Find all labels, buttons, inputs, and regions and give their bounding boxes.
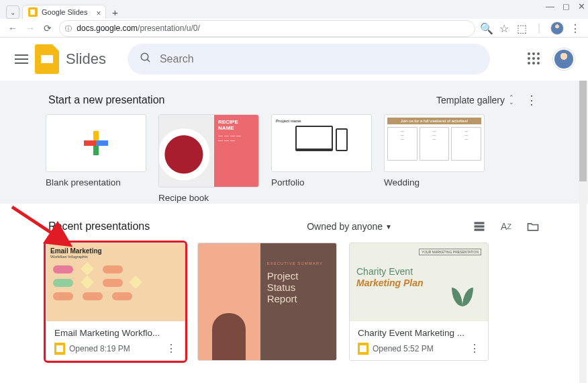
template-label: Wedding — [384, 177, 485, 187]
recipe-badge: RECIPE NAME — [218, 119, 254, 131]
doc-more-button[interactable]: ⋮ — [469, 342, 480, 355]
url-path: /presentation/u/0/ — [138, 24, 200, 33]
recipe-photo — [159, 115, 214, 187]
account-avatar[interactable] — [553, 48, 575, 70]
chrome-menu-icon[interactable]: ⋮ — [569, 22, 581, 34]
bookmark-icon[interactable]: ☆ — [498, 22, 510, 34]
thumb-badge: EXECUTIVE SUMMARY — [267, 261, 323, 265]
gallery-heading: Start a new presentation — [48, 94, 164, 106]
address-row: ← → ⟳ ⓘ docs.google.com/presentation/u/0… — [0, 19, 588, 38]
template-label: Portfolio — [271, 177, 372, 187]
template-gallery-button[interactable]: Template gallery ⌃⌄ — [436, 95, 514, 105]
templates-row: Blank presentation RECIPE NAME— — — —— —… — [46, 114, 542, 187]
doc-thumbnail: YOUR MARKETING PRESENTATION Charity Even… — [350, 243, 488, 321]
search-bar[interactable] — [128, 44, 490, 75]
window-controls: — ◻ ✕ — [546, 1, 585, 11]
slides-file-icon — [54, 343, 65, 355]
browser-tab[interactable]: Google Slides × — [22, 5, 106, 19]
close-window-icon[interactable]: ✕ — [578, 1, 585, 11]
reload-icon[interactable]: ⟳ — [42, 23, 54, 34]
svg-rect-2 — [474, 222, 484, 224]
template-wedding[interactable]: Join us for a full weekend of activities… — [384, 114, 485, 187]
extensions-icon[interactable]: ⬚ — [516, 22, 528, 34]
template-blank[interactable]: Blank presentation — [46, 114, 146, 187]
owner-filter-button[interactable]: Owned by anyone ▼ — [307, 221, 392, 232]
google-apps-icon[interactable] — [528, 52, 541, 66]
minimize-icon[interactable]: — — [546, 1, 554, 11]
sort-az-icon[interactable]: AZ — [501, 220, 511, 233]
svg-rect-3 — [474, 225, 484, 227]
svg-point-0 — [141, 53, 148, 60]
doc-card-charity-event[interactable]: YOUR MARKETING PRESENTATION Charity Even… — [349, 243, 489, 361]
profile-chip[interactable]: ⌄ — [6, 5, 19, 19]
product-name: Slides — [66, 50, 106, 68]
doc-card-project-status[interactable]: EXECUTIVE SUMMARY ProjectStatusReport Pr… — [197, 243, 337, 361]
unfold-icon: ⌃⌄ — [509, 95, 514, 105]
phone-icon — [336, 128, 348, 151]
recent-heading: Recent presentations — [48, 220, 150, 232]
new-tab-button[interactable]: + — [109, 5, 122, 19]
doc-thumbnail: EXECUTIVE SUMMARY ProjectStatusReport — [198, 243, 336, 360]
recent-section: Recent presentations Owned by anyone ▼ A… — [0, 204, 588, 374]
thumb-subtitle: Workflow Infographic — [50, 255, 181, 259]
scrollbar[interactable] — [579, 81, 587, 383]
svg-rect-4 — [474, 228, 484, 230]
doc-title: Charity Event Marketing ... — [358, 328, 480, 338]
template-recipe-book[interactable]: RECIPE NAME— — — —— — — Recipe book — [158, 114, 259, 187]
main-content: Start a new presentation Template galler… — [0, 81, 588, 383]
slides-favicon-icon — [28, 7, 38, 17]
profile-avatar-icon[interactable] — [550, 22, 564, 35]
app-header: Slides — [0, 38, 588, 81]
tab-title: Google Slides — [42, 8, 88, 16]
template-label: Blank presentation — [46, 177, 146, 187]
gallery-more-button[interactable]: ⋮ — [524, 93, 540, 108]
doc-title: Email Marketing Workflo... — [54, 328, 177, 338]
template-gallery-label: Template gallery — [436, 95, 505, 105]
scrollbar-thumb[interactable] — [579, 81, 587, 181]
main-menu-button[interactable] — [13, 51, 30, 67]
template-gallery-section: Start a new presentation Template galler… — [0, 81, 588, 204]
back-icon[interactable]: ← — [7, 23, 19, 34]
address-bar[interactable]: ⓘ docs.google.com/presentation/u/0/ — [59, 20, 475, 37]
wedding-banner: Join us for a full weekend of activities… — [387, 118, 481, 124]
site-info-icon[interactable]: ⓘ — [65, 25, 72, 32]
caret-down-icon: ▼ — [385, 223, 392, 230]
template-portfolio[interactable]: Project name Portfolio — [271, 114, 372, 187]
recent-docs-row: Email Marketing Workflow Infographic — [46, 243, 542, 361]
doc-more-button[interactable]: ⋮ — [166, 342, 177, 355]
doc-card-email-marketing[interactable]: Email Marketing Workflow Infographic — [46, 243, 185, 361]
doc-thumbnail: Email Marketing Workflow Infographic — [46, 243, 185, 321]
thumb-title: Email Marketing — [50, 247, 181, 255]
chevron-down-icon: ⌄ — [10, 9, 15, 16]
maximize-icon[interactable]: ◻ — [562, 1, 570, 11]
thumb-tag: YOUR MARKETING PRESENTATION — [419, 249, 481, 255]
list-view-icon[interactable] — [473, 220, 486, 233]
slides-file-icon — [358, 343, 369, 355]
browser-chrome: ⌄ Google Slides × + — ◻ ✕ ← → ⟳ ⓘ docs.g… — [0, 0, 588, 38]
zoom-icon[interactable]: 🔍 — [481, 22, 493, 34]
url-domain: docs.google.com — [77, 24, 138, 33]
forward-icon[interactable]: → — [24, 23, 36, 34]
owner-filter-label: Owned by anyone — [307, 221, 383, 232]
laptop-icon — [295, 126, 333, 151]
close-tab-icon[interactable]: × — [96, 9, 101, 18]
slides-logo-icon[interactable] — [35, 44, 59, 74]
leaf-icon — [452, 288, 479, 314]
doc-opened-time: Opened 8:19 PM — [69, 344, 162, 353]
portfolio-badge: Project name — [276, 119, 301, 123]
open-picker-icon[interactable] — [526, 220, 540, 233]
doc-opened-time: Opened 5:52 PM — [373, 344, 465, 353]
divider: | — [533, 22, 545, 34]
svg-line-1 — [147, 59, 150, 62]
template-label: Recipe book — [158, 193, 259, 203]
plus-icon — [46, 115, 146, 171]
tab-strip: ⌄ Google Slides × + — ◻ ✕ — [0, 0, 588, 19]
search-icon — [140, 52, 152, 67]
search-input[interactable] — [160, 53, 478, 65]
